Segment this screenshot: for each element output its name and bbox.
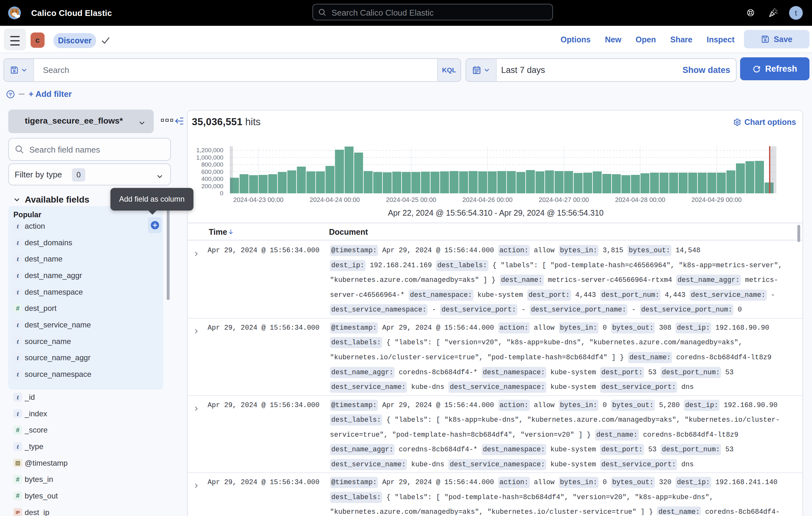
svg-text:2024-04-27 00:00: 2024-04-27 00:00 bbox=[539, 196, 589, 203]
svg-text:2024-04-23 00:00: 2024-04-23 00:00 bbox=[233, 196, 284, 203]
svg-text:2024-04-25 00:00: 2024-04-25 00:00 bbox=[386, 196, 436, 203]
svg-text:1,000,000: 1,000,000 bbox=[196, 154, 223, 161]
svg-text:0: 0 bbox=[220, 190, 223, 196]
svg-text:2024-04-28 00:00: 2024-04-28 00:00 bbox=[615, 196, 665, 203]
svg-text:2024-04-24 00:00: 2024-04-24 00:00 bbox=[310, 196, 360, 203]
svg-text:800,000: 800,000 bbox=[201, 161, 223, 168]
svg-text:2024-04-26 00:00: 2024-04-26 00:00 bbox=[462, 196, 513, 203]
svg-text:1,200,000: 1,200,000 bbox=[196, 147, 223, 154]
svg-text:200,000: 200,000 bbox=[201, 183, 223, 190]
svg-text:400,000: 400,000 bbox=[201, 175, 223, 182]
svg-text:2024-04-29 00:00: 2024-04-29 00:00 bbox=[691, 196, 742, 203]
svg-text:600,000: 600,000 bbox=[201, 168, 223, 175]
